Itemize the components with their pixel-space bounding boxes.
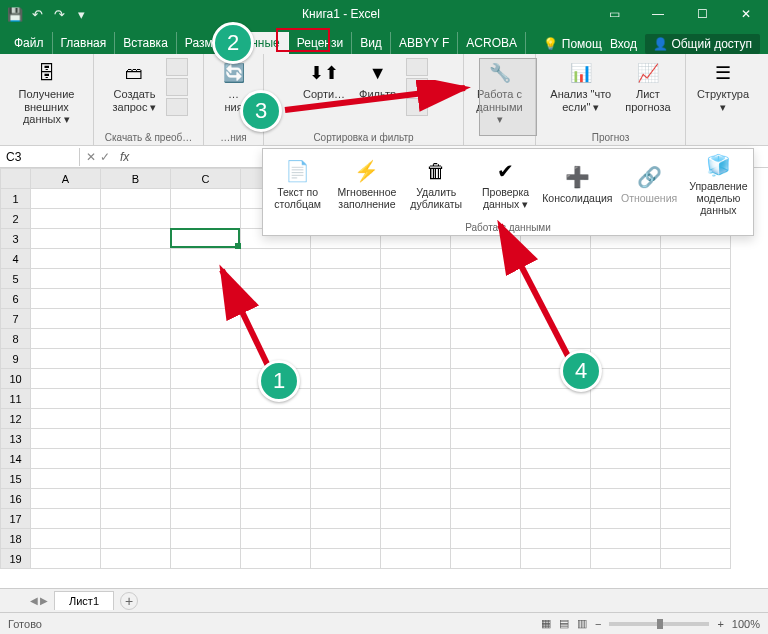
- cell[interactable]: [591, 269, 661, 289]
- cell[interactable]: [171, 289, 241, 309]
- cell[interactable]: [31, 249, 101, 269]
- cell[interactable]: [171, 549, 241, 569]
- accept-formula-icon[interactable]: ✓: [100, 150, 110, 164]
- cell[interactable]: [451, 469, 521, 489]
- cell[interactable]: [381, 269, 451, 289]
- dropdown-item[interactable]: ✔Проверка данных ▾: [471, 149, 540, 220]
- cell[interactable]: [451, 369, 521, 389]
- cell[interactable]: [241, 449, 311, 469]
- whatif-button[interactable]: 📊Анализ "что если" ▾: [546, 58, 615, 115]
- cell[interactable]: [31, 369, 101, 389]
- cell[interactable]: [31, 449, 101, 469]
- cell[interactable]: [101, 249, 171, 269]
- cell[interactable]: [451, 289, 521, 309]
- cell[interactable]: [311, 529, 381, 549]
- cell[interactable]: [521, 429, 591, 449]
- cell[interactable]: [661, 389, 731, 409]
- cell[interactable]: [451, 329, 521, 349]
- fx-icon[interactable]: fx: [116, 150, 129, 164]
- row-header[interactable]: 7: [1, 309, 31, 329]
- forecast-sheet-button[interactable]: 📈Лист прогноза: [621, 58, 674, 115]
- cell[interactable]: [591, 289, 661, 309]
- cell[interactable]: [381, 349, 451, 369]
- cell[interactable]: [311, 429, 381, 449]
- cell[interactable]: [521, 329, 591, 349]
- tab-review[interactable]: Рецензи: [289, 32, 352, 54]
- cell[interactable]: [521, 269, 591, 289]
- row-header[interactable]: 12: [1, 409, 31, 429]
- cell[interactable]: [311, 269, 381, 289]
- row-header[interactable]: 19: [1, 549, 31, 569]
- get-external-data-button[interactable]: 🗄Получение внешних данных ▾: [6, 58, 87, 128]
- mini-button[interactable]: [166, 78, 188, 96]
- cell[interactable]: [101, 369, 171, 389]
- cell[interactable]: [171, 489, 241, 509]
- dropdown-item[interactable]: ➕Консолидация: [540, 149, 614, 220]
- cell[interactable]: [101, 429, 171, 449]
- cell[interactable]: [591, 489, 661, 509]
- column-header[interactable]: B: [101, 169, 171, 189]
- mini-button[interactable]: [406, 58, 428, 76]
- cell[interactable]: [31, 289, 101, 309]
- cell[interactable]: [451, 269, 521, 289]
- cell[interactable]: [381, 429, 451, 449]
- cell[interactable]: [31, 549, 101, 569]
- cell[interactable]: [311, 409, 381, 429]
- cell[interactable]: [241, 409, 311, 429]
- row-header[interactable]: 18: [1, 529, 31, 549]
- cell[interactable]: [171, 369, 241, 389]
- cell[interactable]: [31, 429, 101, 449]
- sheet-nav-prev-icon[interactable]: ◀: [30, 595, 38, 606]
- cell[interactable]: [381, 549, 451, 569]
- redo-icon[interactable]: ↷: [50, 5, 68, 23]
- cell[interactable]: [591, 309, 661, 329]
- sort-button[interactable]: ⬇⬆Сорти…: [299, 58, 349, 103]
- cell[interactable]: [101, 469, 171, 489]
- cell[interactable]: [241, 489, 311, 509]
- dropdown-item[interactable]: 🗑Удалить дубликаты: [402, 149, 471, 220]
- tab-acrobat[interactable]: ACROBA: [458, 32, 526, 54]
- cell[interactable]: [451, 249, 521, 269]
- cell[interactable]: [381, 249, 451, 269]
- cell[interactable]: [451, 529, 521, 549]
- row-header[interactable]: 5: [1, 269, 31, 289]
- column-header[interactable]: C: [171, 169, 241, 189]
- tab-file[interactable]: Файл: [6, 32, 53, 54]
- outline-button[interactable]: ☰Структура ▾: [693, 58, 753, 115]
- cell[interactable]: [101, 549, 171, 569]
- cell[interactable]: [31, 329, 101, 349]
- zoom-out-icon[interactable]: −: [595, 618, 601, 630]
- zoom-in-icon[interactable]: +: [717, 618, 723, 630]
- cell[interactable]: [241, 549, 311, 569]
- row-header[interactable]: 2: [1, 209, 31, 229]
- cell[interactable]: [241, 329, 311, 349]
- row-header[interactable]: 8: [1, 329, 31, 349]
- cell[interactable]: [171, 349, 241, 369]
- cell[interactable]: [381, 329, 451, 349]
- cell[interactable]: [311, 309, 381, 329]
- cell[interactable]: [31, 269, 101, 289]
- tab-abbyy[interactable]: ABBYY F: [391, 32, 458, 54]
- dropdown-item[interactable]: ⚡Мгновенное заполнение: [332, 149, 401, 220]
- cell[interactable]: [241, 269, 311, 289]
- cell[interactable]: [31, 309, 101, 329]
- cell[interactable]: [171, 249, 241, 269]
- cell[interactable]: [521, 409, 591, 429]
- column-header[interactable]: A: [31, 169, 101, 189]
- cell[interactable]: [31, 209, 101, 229]
- cell[interactable]: [661, 449, 731, 469]
- cell[interactable]: [101, 329, 171, 349]
- view-pagelayout-icon[interactable]: ▤: [559, 617, 569, 630]
- share-button[interactable]: 👤 Общий доступ: [645, 34, 760, 54]
- tab-home[interactable]: Главная: [53, 32, 116, 54]
- close-icon[interactable]: ✕: [724, 0, 768, 28]
- view-pagebreak-icon[interactable]: ▥: [577, 617, 587, 630]
- data-tools-button[interactable]: 🔧Работа с данными ▾: [470, 58, 529, 128]
- row-header[interactable]: 6: [1, 289, 31, 309]
- cell[interactable]: [521, 509, 591, 529]
- row-header[interactable]: 1: [1, 189, 31, 209]
- row-header[interactable]: 11: [1, 389, 31, 409]
- cell[interactable]: [31, 409, 101, 429]
- cell[interactable]: [451, 549, 521, 569]
- row-header[interactable]: 14: [1, 449, 31, 469]
